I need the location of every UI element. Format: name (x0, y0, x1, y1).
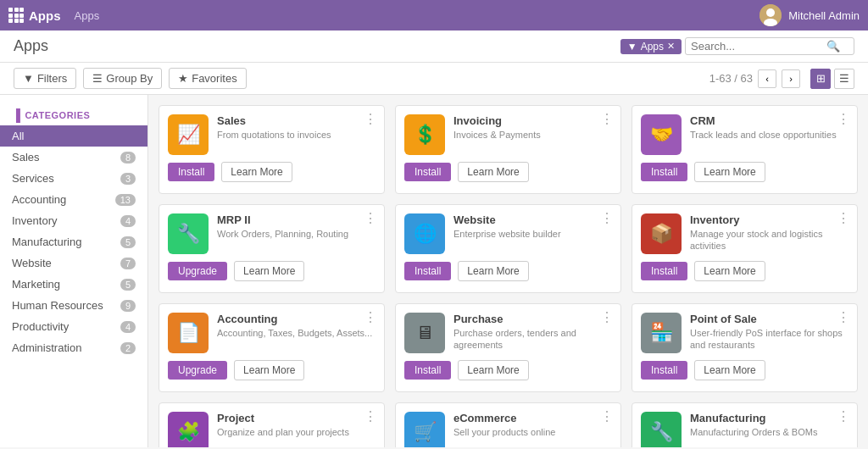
app-icon: 🤝 (641, 114, 682, 155)
sidebar-item-marketing[interactable]: Marketing5 (0, 274, 147, 295)
sidebar-item-manufacturing[interactable]: Manufacturing5 (0, 231, 147, 252)
card-menu-icon[interactable]: ⋮ (837, 113, 850, 126)
app-desc: Manufacturing Orders & BOMs (690, 426, 849, 438)
install-button[interactable]: Install (404, 262, 451, 280)
search-bar: ▼ Apps ✕ 🔍 (620, 37, 854, 55)
filter-close-icon[interactable]: ✕ (667, 41, 675, 52)
sidebar-item-label: Sales (12, 151, 40, 164)
card-menu-icon[interactable]: ⋮ (364, 311, 377, 324)
upgrade-button[interactable]: Upgrade (168, 361, 227, 380)
sidebar-item-accounting[interactable]: Accounting13 (0, 189, 147, 210)
app-desc: Organize and plan your projects (217, 426, 376, 438)
app-card: ⋮ 🔧 Manufacturing Manufacturing Orders &… (632, 402, 858, 447)
learn-more-button[interactable]: Learn More (694, 360, 765, 380)
app-icon: 🖥 (404, 313, 445, 353)
learn-more-button[interactable]: Learn More (694, 261, 765, 281)
app-name: Purchase (453, 313, 612, 325)
sidebar-item-inventory[interactable]: Inventory4 (0, 210, 147, 231)
list-view-button[interactable]: ☰ (834, 69, 854, 89)
sidebar-item-badge: 8 (120, 152, 136, 164)
card-menu-icon[interactable]: ⋮ (364, 410, 377, 424)
app-icon: 📦 (641, 213, 682, 254)
sidebar-item-badge: 9 (120, 300, 136, 312)
sidebar-item-productivity[interactable]: Productivity4 (0, 316, 147, 337)
grid-view-button[interactable]: ⊞ (810, 69, 831, 89)
filters-button[interactable]: ▼ Filters (14, 68, 76, 89)
card-info: Sales From quotations to invoices (217, 114, 376, 155)
learn-more-button[interactable]: Learn More (234, 360, 304, 380)
filter-tag[interactable]: ▼ Apps ✕ (620, 39, 682, 54)
sidebar-item-badge: 4 (120, 215, 136, 227)
install-button[interactable]: Install (641, 163, 687, 181)
filter-tag-label: Apps (641, 41, 664, 53)
card-menu-icon[interactable]: ⋮ (600, 311, 614, 324)
learn-more-button[interactable]: Learn More (221, 162, 292, 182)
topnav-breadcrumb[interactable]: Apps (75, 9, 100, 22)
card-menu-icon[interactable]: ⋮ (600, 113, 614, 126)
card-menu-icon[interactable]: ⋮ (837, 212, 850, 225)
app-desc: Manage your stock and logistics activiti… (690, 228, 849, 252)
card-actions: Install Learn More (641, 360, 849, 380)
app-card: ⋮ 💲 Invoicing Invoices & Payments Instal… (395, 105, 621, 194)
sidebar: CATEGORIES AllSales8Services3Accounting1… (0, 95, 148, 447)
avatar[interactable] (760, 4, 782, 26)
app-name: Inventory (690, 213, 849, 226)
search-input[interactable] (691, 40, 826, 53)
app-icon: 💲 (404, 114, 445, 155)
card-info: MRP II Work Orders, Planning, Routing (217, 213, 376, 254)
card-header: 🖥 Purchase Purchase orders, tenders and … (404, 313, 612, 353)
card-header: 🏪 Point of Sale User-friendly PoS interf… (641, 313, 849, 353)
app-icon: 🔧 (641, 412, 682, 447)
upgrade-button[interactable]: Upgrade (168, 262, 227, 280)
app-card: ⋮ 🧩 Project Organize and plan your proje… (159, 402, 385, 447)
sidebar-item-human-resources[interactable]: Human Resources9 (0, 295, 147, 316)
app-desc: Invoices & Payments (453, 129, 612, 141)
sidebar-item-badge: 4 (120, 321, 136, 333)
card-header: 📈 Sales From quotations to invoices (168, 114, 376, 155)
card-menu-icon[interactable]: ⋮ (600, 410, 614, 424)
groupby-button[interactable]: ☰ Group By (83, 68, 162, 89)
favorites-button[interactable]: ★ Favorites (169, 68, 246, 89)
install-button[interactable]: Install (641, 361, 687, 380)
learn-more-button[interactable]: Learn More (694, 162, 765, 182)
sidebar-item-label: Services (12, 172, 54, 185)
search-icon[interactable]: 🔍 (826, 40, 840, 53)
card-info: Manufacturing Manufacturing Orders & BOM… (690, 412, 849, 447)
app-icon: 🏪 (641, 313, 682, 353)
sidebar-item-administration[interactable]: Administration2 (0, 337, 147, 358)
install-button[interactable]: Install (641, 262, 687, 280)
card-menu-icon[interactable]: ⋮ (837, 311, 850, 324)
sidebar-item-services[interactable]: Services3 (0, 168, 147, 189)
app-desc: Work Orders, Planning, Routing (217, 228, 376, 240)
view-toggle: ⊞ ☰ (810, 69, 854, 89)
card-info: Purchase Purchase orders, tenders and ag… (453, 313, 612, 353)
app-name: Manufacturing (690, 412, 849, 424)
card-header: 🤝 CRM Track leads and close opportunitie… (641, 114, 849, 155)
prev-page-button[interactable]: ‹ (758, 69, 776, 88)
sidebar-item-label: Accounting (12, 193, 66, 206)
sidebar-item-website[interactable]: Website7 (0, 252, 147, 274)
app-desc: Sell your products online (453, 426, 612, 438)
app-card: ⋮ 🛒 eCommerce Sell your products online … (395, 402, 621, 447)
learn-more-button[interactable]: Learn More (234, 261, 304, 281)
learn-more-button[interactable]: Learn More (458, 162, 528, 182)
sidebar-item-label: Administration (12, 341, 81, 354)
sidebar-items: AllSales8Services3Accounting13Inventory4… (0, 125, 147, 358)
card-info: Project Organize and plan your projects (217, 412, 376, 447)
next-page-button[interactable]: › (782, 69, 800, 88)
learn-more-button[interactable]: Learn More (458, 261, 528, 281)
app-desc: Track leads and close opportunities (690, 129, 849, 141)
install-button[interactable]: Install (404, 361, 451, 380)
sidebar-item-sales[interactable]: Sales8 (0, 147, 147, 168)
card-menu-icon[interactable]: ⋮ (600, 212, 614, 225)
card-menu-icon[interactable]: ⋮ (364, 113, 377, 126)
app-logo[interactable]: Apps (8, 8, 61, 23)
sidebar-item-all[interactable]: All (0, 125, 147, 147)
install-button[interactable]: Install (168, 163, 214, 181)
app-card: ⋮ 📈 Sales From quotations to invoices In… (159, 105, 385, 194)
card-header: 🛒 eCommerce Sell your products online (404, 412, 612, 447)
card-menu-icon[interactable]: ⋮ (837, 410, 850, 424)
learn-more-button[interactable]: Learn More (458, 360, 528, 380)
install-button[interactable]: Install (404, 163, 451, 181)
card-menu-icon[interactable]: ⋮ (364, 212, 377, 225)
